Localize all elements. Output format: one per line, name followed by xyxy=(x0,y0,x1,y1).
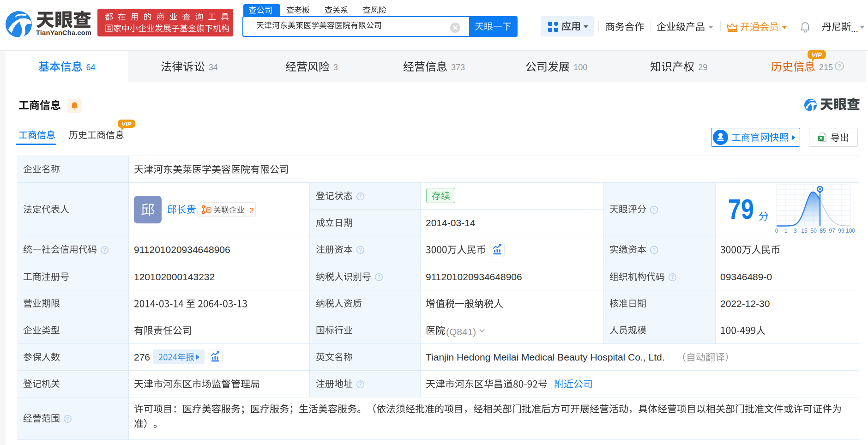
svg-text:0: 0 xyxy=(775,228,778,234)
svg-text:85: 85 xyxy=(820,228,826,234)
svg-text:?: ? xyxy=(359,247,362,253)
svg-text:?: ? xyxy=(377,274,380,280)
svg-text:?: ? xyxy=(359,193,362,199)
svg-text:?: ? xyxy=(652,207,655,212)
svg-text:50: 50 xyxy=(810,228,817,234)
svg-text:15: 15 xyxy=(801,228,808,234)
svg-text:VIP: VIP xyxy=(122,120,132,127)
svg-text:?: ? xyxy=(652,247,655,253)
svg-text:?: ? xyxy=(359,381,362,387)
svg-text:100: 100 xyxy=(846,228,855,234)
svg-text:?: ? xyxy=(671,274,674,280)
svg-text:3: 3 xyxy=(794,228,797,234)
svg-text:99: 99 xyxy=(838,228,844,234)
svg-text:?: ? xyxy=(838,63,841,70)
svg-text:97: 97 xyxy=(829,228,835,234)
svg-text:VIP: VIP xyxy=(812,51,822,59)
svg-text:1: 1 xyxy=(784,228,788,234)
svg-text:?: ? xyxy=(103,247,106,253)
svg-text:?: ? xyxy=(66,416,69,421)
